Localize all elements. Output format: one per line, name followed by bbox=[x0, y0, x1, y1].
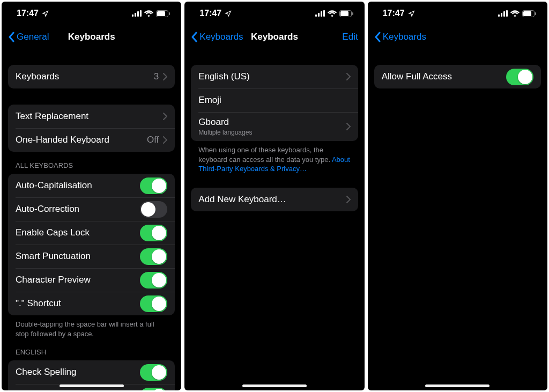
chevron-right-icon bbox=[346, 196, 351, 203]
third-party-footer: When using one of these keyboards, the k… bbox=[184, 141, 364, 174]
smart-punctuation-switch[interactable] bbox=[140, 248, 167, 265]
chevron-right-icon bbox=[163, 113, 167, 120]
nav-bar: General Keyboards bbox=[2, 25, 181, 49]
svg-rect-1 bbox=[157, 11, 165, 16]
nav-bar: Keyboards Keyboards Edit bbox=[184, 25, 364, 49]
home-indicator[interactable] bbox=[242, 384, 307, 387]
chevron-left-icon bbox=[374, 32, 381, 42]
footer-text: When using one of these keyboards, the k… bbox=[198, 146, 332, 164]
auto-correction-switch[interactable] bbox=[140, 201, 167, 218]
one-handed-value: Off bbox=[147, 135, 159, 145]
enable-caps-lock-switch[interactable] bbox=[140, 225, 167, 241]
cellular-signal-icon bbox=[315, 10, 325, 17]
svg-rect-2 bbox=[169, 12, 170, 15]
row-label: Emoji bbox=[198, 95, 350, 106]
chevron-right-icon bbox=[346, 123, 351, 130]
svg-rect-7 bbox=[523, 11, 531, 16]
edit-button[interactable]: Edit bbox=[342, 32, 358, 42]
text-replacement-row[interactable]: Text Replacement bbox=[8, 105, 175, 128]
status-bar: 17:47 bbox=[368, 2, 547, 25]
svg-rect-5 bbox=[352, 12, 353, 15]
row-label: English (US) bbox=[198, 71, 346, 82]
one-handed-keyboard-row[interactable]: One-Handed Keyboard Off bbox=[8, 128, 175, 152]
row-label: One-Handed Keyboard bbox=[16, 135, 147, 145]
row-label: Auto-Correction bbox=[16, 204, 140, 215]
character-preview-switch[interactable] bbox=[140, 272, 167, 289]
chevron-left-icon bbox=[8, 32, 14, 42]
keyboards-row[interactable]: Keyboards 3 bbox=[8, 65, 175, 88]
chevron-right-icon bbox=[163, 136, 167, 144]
section-header-english: ENGLISH bbox=[2, 338, 181, 360]
battery-icon bbox=[156, 10, 170, 17]
phone-keyboards-settings: 17:47 General K bbox=[2, 2, 181, 390]
check-spelling-row: Check Spelling bbox=[8, 360, 175, 384]
phone-keyboards-list: 17:47 Keyboards bbox=[184, 2, 364, 390]
keyboards-count: 3 bbox=[154, 71, 159, 82]
status-bar: 17:47 bbox=[2, 2, 181, 25]
status-time: 17:47 bbox=[199, 9, 221, 18]
cellular-signal-icon bbox=[498, 10, 508, 17]
keyboard-emoji-row[interactable]: Emoji bbox=[191, 88, 358, 112]
keyboard-gboard-row[interactable]: Gboard Multiple languages bbox=[191, 112, 358, 141]
wifi-icon bbox=[510, 10, 520, 17]
section-header-all-keyboards: ALL KEYBOARDS bbox=[2, 152, 181, 174]
enable-caps-lock-row: Enable Caps Lock bbox=[8, 221, 175, 245]
auto-capitalisation-row: Auto-Capitalisation bbox=[8, 174, 175, 197]
phone-gboard-settings: 17:47 Keyboards bbox=[368, 2, 547, 390]
svg-rect-8 bbox=[535, 12, 536, 15]
smart-punctuation-row: Smart Punctuation bbox=[8, 245, 175, 268]
location-icon bbox=[225, 10, 232, 17]
row-label: Add New Keyboard… bbox=[198, 194, 346, 205]
dot-shortcut-row: "." Shortcut bbox=[8, 292, 175, 315]
location-icon bbox=[42, 10, 49, 17]
battery-icon bbox=[339, 10, 354, 17]
row-label: Enable Caps Lock bbox=[16, 227, 140, 238]
row-label: Character Preview bbox=[16, 275, 140, 285]
row-label: Check Spelling bbox=[16, 367, 140, 378]
auto-capitalisation-switch[interactable] bbox=[140, 177, 167, 194]
cellular-signal-icon bbox=[132, 10, 142, 17]
home-indicator[interactable] bbox=[60, 384, 124, 387]
wifi-icon bbox=[328, 10, 337, 17]
character-preview-row: Character Preview bbox=[8, 268, 175, 292]
back-label: General bbox=[17, 32, 49, 42]
row-label: Allow Full Access bbox=[382, 71, 506, 82]
row-label: Text Replacement bbox=[16, 111, 163, 122]
allow-full-access-row: Allow Full Access bbox=[374, 65, 541, 88]
location-icon bbox=[408, 10, 415, 17]
auto-correction-row: Auto-Correction bbox=[8, 197, 175, 221]
status-bar: 17:47 bbox=[184, 2, 364, 25]
back-label: Keyboards bbox=[383, 32, 426, 42]
back-label: Keyboards bbox=[199, 32, 243, 42]
row-label: Gboard bbox=[198, 117, 346, 128]
row-label: Keyboards bbox=[16, 71, 154, 82]
nav-bar: Keyboards bbox=[368, 25, 547, 49]
row-label: "." Shortcut bbox=[16, 298, 140, 309]
home-indicator[interactable] bbox=[425, 384, 489, 387]
status-time: 17:47 bbox=[17, 9, 39, 18]
predictive-switch[interactable] bbox=[140, 388, 167, 390]
battery-icon bbox=[522, 10, 537, 17]
back-button[interactable]: Keyboards bbox=[374, 32, 426, 42]
chevron-left-icon bbox=[191, 32, 197, 42]
allow-full-access-switch[interactable] bbox=[506, 69, 533, 85]
keyboard-english-us-row[interactable]: English (US) bbox=[191, 65, 358, 88]
add-new-keyboard-row[interactable]: Add New Keyboard… bbox=[191, 188, 358, 211]
section-footer-all-keyboards: Double-tapping the space bar will insert… bbox=[2, 315, 181, 338]
check-spelling-switch[interactable] bbox=[140, 364, 167, 381]
back-button[interactable]: Keyboards bbox=[191, 32, 243, 42]
chevron-right-icon bbox=[163, 73, 167, 80]
dot-shortcut-switch[interactable] bbox=[140, 295, 167, 312]
row-label: Smart Punctuation bbox=[16, 251, 140, 262]
chevron-right-icon bbox=[346, 73, 351, 80]
row-label: Auto-Capitalisation bbox=[16, 180, 140, 191]
back-button[interactable]: General bbox=[8, 32, 49, 42]
wifi-icon bbox=[144, 10, 153, 17]
status-time: 17:47 bbox=[383, 9, 405, 18]
row-sublabel: Multiple languages bbox=[198, 129, 346, 136]
svg-rect-4 bbox=[340, 11, 348, 16]
